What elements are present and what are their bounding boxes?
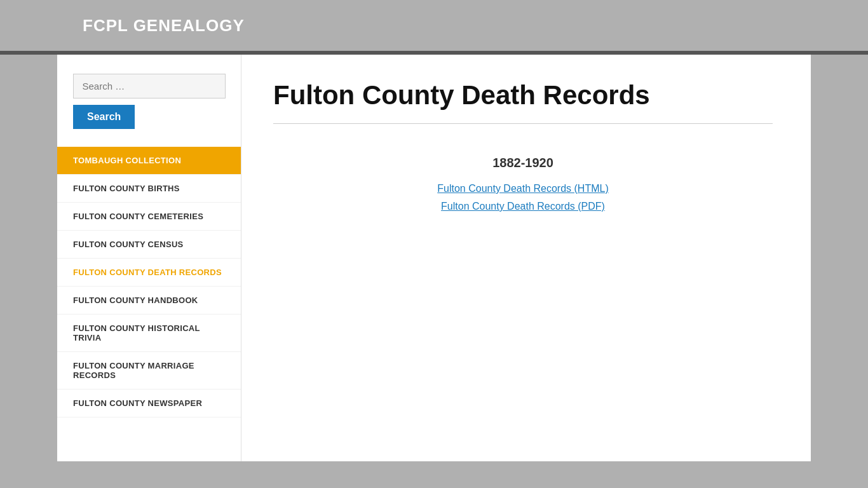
main-content: Fulton County Death Records 1882-1920 Fu… <box>241 55 811 461</box>
year-range: 1882-1920 <box>273 156 773 170</box>
sidebar-item-fulton-county-census[interactable]: FULTON COUNTY CENSUS <box>57 231 241 259</box>
sidebar-item-fulton-county-cemeteries[interactable]: FULTON COUNTY CEMETERIES <box>57 203 241 231</box>
html-link[interactable]: Fulton County Death Records (HTML) <box>273 183 773 194</box>
main-wrapper: Search TOMBAUGH COLLECTIONFULTON COUNTY … <box>57 55 811 461</box>
sidebar-item-fulton-county-death-records[interactable]: FULTON COUNTY DEATH RECORDS <box>57 259 241 287</box>
record-links: Fulton County Death Records (HTML)Fulton… <box>273 183 773 212</box>
sidebar-item-fulton-county-newspaper[interactable]: FULTON COUNTY NEWSPAPER <box>57 390 241 417</box>
divider <box>273 123 773 124</box>
search-input[interactable] <box>73 74 226 98</box>
site-header: FCPL GENEALOGY <box>0 0 868 51</box>
page-title: Fulton County Death Records <box>273 80 773 111</box>
sidebar-item-fulton-county-marriage-records[interactable]: FULTON COUNTY MARRIAGE RECORDS <box>57 352 241 390</box>
sidebar-nav: TOMBAUGH COLLECTIONFULTON COUNTY BIRTHSF… <box>57 147 241 417</box>
sidebar-item-fulton-county-handbook[interactable]: FULTON COUNTY HANDBOOK <box>57 287 241 315</box>
sidebar-item-fulton-county-births[interactable]: FULTON COUNTY BIRTHS <box>57 175 241 203</box>
search-button[interactable]: Search <box>73 105 135 129</box>
sidebar-item-tombaugh-collection[interactable]: TOMBAUGH COLLECTION <box>57 147 241 175</box>
pdf-link[interactable]: Fulton County Death Records (PDF) <box>273 201 773 212</box>
site-title: FCPL GENEALOGY <box>83 16 245 36</box>
sidebar: Search TOMBAUGH COLLECTIONFULTON COUNTY … <box>57 55 241 461</box>
sidebar-item-fulton-county-historical-trivia[interactable]: FULTON COUNTY HISTORICAL TRIVIA <box>57 315 241 352</box>
